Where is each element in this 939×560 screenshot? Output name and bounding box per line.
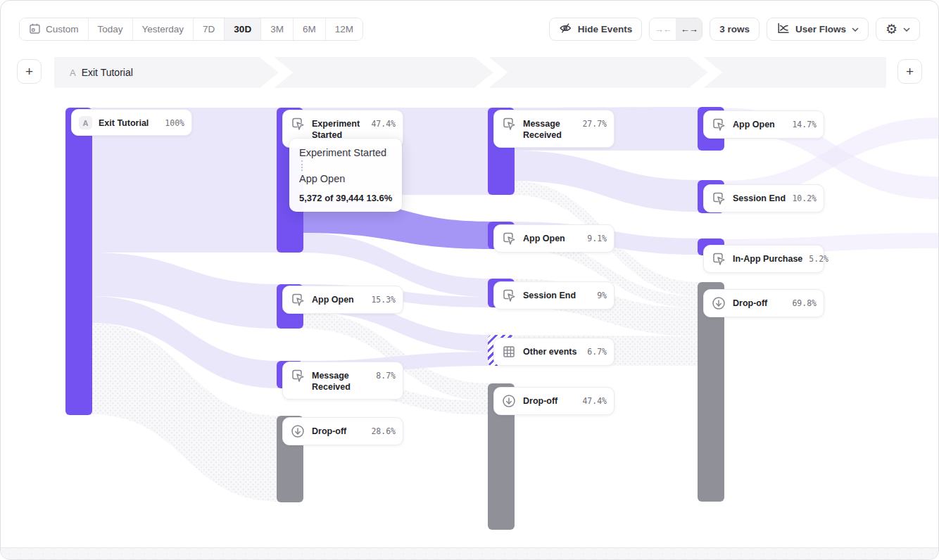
date-range-12m[interactable]: 12M xyxy=(326,18,363,40)
date-range-today[interactable]: Today xyxy=(89,18,133,40)
add-step-left-button[interactable]: + xyxy=(17,59,42,84)
date-range-30d[interactable]: 30D xyxy=(225,18,261,40)
view-type-dropdown[interactable]: User Flows xyxy=(767,18,869,41)
node-percentage: 8.7% xyxy=(376,368,396,381)
user-flows-icon xyxy=(776,23,790,37)
event-icon xyxy=(711,251,726,267)
node-percentage: 6.7% xyxy=(587,344,607,357)
node-percentage: 14.7% xyxy=(792,117,817,129)
chevron-down-icon xyxy=(903,27,910,32)
chevron-down-icon xyxy=(852,27,859,32)
event-icon xyxy=(290,368,305,383)
node-label: Drop-off xyxy=(312,424,365,437)
tooltip-source-event: Experiment Started xyxy=(299,147,392,158)
node-percentage: 47.4% xyxy=(582,393,607,406)
node-label: Session End xyxy=(733,191,786,204)
node-percentage: 9% xyxy=(597,288,607,300)
node-label: App Open xyxy=(523,231,581,244)
event-icon xyxy=(501,116,517,132)
eye-off-icon xyxy=(559,22,572,37)
tooltip-stat: 5,372 of 39,444 13.6% xyxy=(299,193,392,203)
node-card-other-events[interactable]: Other events6.7% xyxy=(493,338,615,366)
expand-columns-button[interactable]: ←→ xyxy=(676,18,702,40)
node-label: Drop-off xyxy=(733,295,786,309)
node-badge: A xyxy=(79,116,92,129)
node-card-app-open[interactable]: App Open9.1% xyxy=(493,224,615,253)
settings-dropdown[interactable]: ⚙ xyxy=(876,18,920,41)
tooltip-target-event: App Open xyxy=(299,173,392,184)
date-range-label: Custom xyxy=(46,24,79,34)
date-range-control: CustomTodayYesterday7D30D3M6M12M xyxy=(19,18,363,41)
rows-count-button[interactable]: 3 rows xyxy=(710,18,760,41)
hide-events-button[interactable]: Hide Events xyxy=(549,18,642,41)
node-label: Experiment Started xyxy=(312,116,365,141)
add-step-right-button[interactable]: + xyxy=(897,59,922,84)
node-label: Message Received xyxy=(312,368,370,393)
node-label: Drop-off xyxy=(523,393,576,407)
step-badge: A xyxy=(70,68,76,78)
user-flows-app: AExit Tutorial100%Experiment Started47.4… xyxy=(0,0,939,560)
node-card-drop-off[interactable]: Drop-off47.4% xyxy=(493,387,615,415)
steps-row: + A Exit Tutorial + xyxy=(1,57,938,88)
node-label: Session End xyxy=(523,288,591,301)
gear-icon: ⚙ xyxy=(886,23,897,36)
node-card-exit-tutorial[interactable]: AExit Tutorial100% xyxy=(71,109,192,136)
flow-link-tooltip: Experiment Started App Open 5,372 of 39,… xyxy=(289,139,402,212)
date-range-label: 12M xyxy=(335,24,353,34)
drop-off-icon xyxy=(711,295,726,311)
drop-off-icon xyxy=(501,393,517,409)
bottom-scroll-strip[interactable] xyxy=(1,547,938,559)
tooltip-dotted-connector xyxy=(301,160,392,171)
node-percentage: 69.8% xyxy=(792,295,817,308)
calendar-icon xyxy=(29,23,41,37)
event-icon xyxy=(290,116,305,132)
collapse-columns-button[interactable]: →← xyxy=(650,18,676,40)
date-range-3m[interactable]: 3M xyxy=(261,18,294,40)
node-label: App Open xyxy=(733,117,786,130)
date-range-label: 3M xyxy=(270,24,284,34)
view-type-label: User Flows xyxy=(795,24,846,34)
collapse-expand-control: →← ←→ xyxy=(649,18,702,41)
date-range-label: Yesterday xyxy=(142,24,184,34)
event-icon xyxy=(711,117,726,132)
node-bar-exit-tutorial[interactable] xyxy=(65,108,92,415)
node-card-in-app-purchase[interactable]: In-App Purchase5.2% xyxy=(703,245,824,273)
node-label: Other events xyxy=(523,344,581,357)
node-card-drop-off[interactable]: Drop-off28.6% xyxy=(282,417,403,445)
flow-ribbon[interactable] xyxy=(512,151,700,212)
node-card-message-received[interactable]: Message Received8.7% xyxy=(282,362,403,400)
node-card-app-open[interactable]: App Open15.3% xyxy=(282,286,403,314)
date-range-custom[interactable]: Custom xyxy=(20,18,89,40)
date-range-7d[interactable]: 7D xyxy=(194,18,225,40)
event-icon xyxy=(290,292,305,307)
step-label: Exit Tutorial xyxy=(82,67,133,78)
event-icon xyxy=(711,191,726,206)
node-label: In-App Purchase xyxy=(733,251,802,265)
drop-off-icon xyxy=(290,424,305,439)
other-events-icon xyxy=(501,344,517,359)
hide-events-label: Hide Events xyxy=(578,24,632,34)
node-percentage: 100% xyxy=(165,115,184,128)
node-card-session-end[interactable]: Session End9% xyxy=(493,281,615,310)
node-percentage: 27.7% xyxy=(582,116,607,129)
node-label: Message Received xyxy=(523,116,576,141)
step-exit-tutorial[interactable]: A Exit Tutorial xyxy=(54,57,262,88)
node-label: App Open xyxy=(312,292,365,305)
steps-bar: A Exit Tutorial xyxy=(54,57,886,88)
node-card-app-open[interactable]: App Open14.7% xyxy=(703,110,824,139)
node-percentage: 28.6% xyxy=(371,424,396,436)
node-percentage: 5.2% xyxy=(809,251,828,264)
node-card-drop-off[interactable]: Drop-off69.8% xyxy=(703,289,824,317)
date-range-label: 30D xyxy=(234,24,251,34)
event-icon xyxy=(501,288,517,303)
node-card-message-received[interactable]: Message Received27.7% xyxy=(493,110,615,148)
toolbar-right-group: Hide Events →← ←→ 3 rows User Flows ⚙ xyxy=(549,18,920,41)
date-range-label: 7D xyxy=(203,24,215,34)
node-percentage: 15.3% xyxy=(371,292,396,305)
date-range-6m[interactable]: 6M xyxy=(294,18,326,40)
node-label: Exit Tutorial xyxy=(99,115,158,129)
node-percentage: 47.4% xyxy=(371,116,396,129)
node-card-session-end[interactable]: Session End10.2% xyxy=(703,184,824,212)
date-range-yesterday[interactable]: Yesterday xyxy=(133,18,194,40)
date-range-label: Today xyxy=(98,24,123,34)
